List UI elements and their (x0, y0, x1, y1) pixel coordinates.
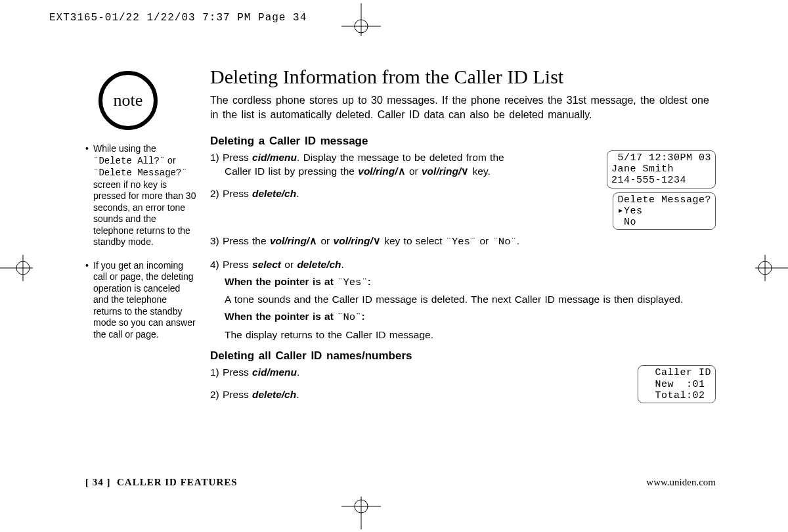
lcd-caller-id-summary: Caller ID New :01 Total:02 (638, 365, 716, 403)
lcd-delete-prompt: Delete Message? ▸Yes No (613, 192, 716, 231)
note-item-2: If you get an incoming call or page, the… (85, 260, 197, 341)
footer-url: www.uniden.com (646, 477, 716, 488)
page-number: [ 34 ] (85, 477, 111, 487)
page-footer: [ 34 ] CALLER ID FEATURES www.uniden.com (85, 477, 716, 488)
main-content: Deleting Information from the Caller ID … (197, 66, 716, 407)
step-a1: 1) Press cid/menu. Display the message t… (210, 150, 533, 179)
section-label: CALLER ID FEATURES (117, 477, 238, 487)
print-slug: EXT3165-01/22 1/22/03 7:37 PM Page 34 (49, 12, 307, 24)
page-title: Deleting Information from the Caller ID … (210, 66, 716, 88)
lcd-caller-entry: 5/17 12:30PM 03 Jane Smith 214-555-1234 (607, 150, 716, 188)
registration-mark-top (341, 3, 381, 39)
page-body: note While using the ¨Delete All?¨ or ¨D… (85, 66, 716, 407)
note-item-1: While using the ¨Delete All?¨ or ¨Delete… (85, 143, 197, 248)
step-b1: 1) Press cid/menu. (210, 365, 624, 380)
registration-mark-right (755, 255, 788, 284)
step-b2: 2) Press delete/ch. (210, 388, 624, 402)
intro-paragraph: The cordless phone stores up to 30 messa… (210, 93, 716, 123)
section-a-heading: Deleting a Caller ID message (210, 135, 716, 148)
section-b-heading: Deleting all Caller ID names/numbers (210, 349, 716, 363)
note-sidebar: note While using the ¨Delete All?¨ or ¨D… (85, 66, 197, 352)
step-a2: 2) Press delete/ch. (210, 187, 594, 201)
registration-mark-bottom (341, 497, 381, 532)
registration-mark-left (0, 255, 33, 284)
note-icon: note (98, 71, 158, 130)
step-a4: 4) Press select or delete/ch. When the p… (210, 257, 716, 342)
step-a3: 3) Press the vol/ring/∧ or vol/ring/∨ ke… (210, 234, 716, 250)
